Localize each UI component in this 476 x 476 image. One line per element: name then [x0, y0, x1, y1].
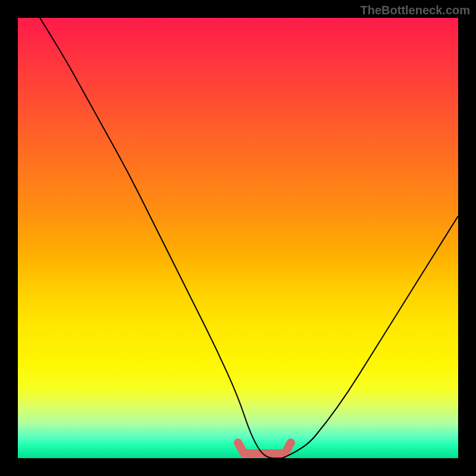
watermark-text: TheBottleneck.com	[361, 4, 470, 17]
chart-svg	[18, 18, 458, 458]
bottleneck-curve-right	[282, 216, 458, 458]
optimal-range-marker	[238, 443, 291, 453]
plot-area	[18, 18, 458, 458]
bottleneck-curve-left	[40, 18, 282, 458]
